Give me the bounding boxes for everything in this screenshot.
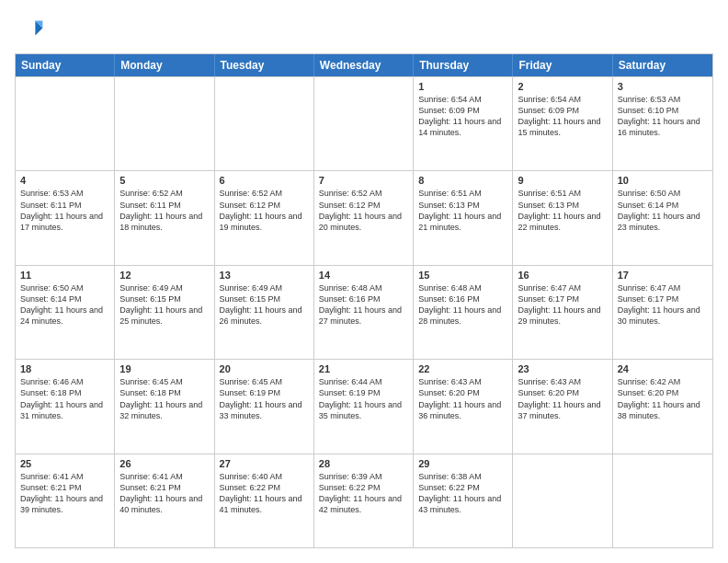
calendar-cell: 18Sunrise: 6:46 AM Sunset: 6:18 PM Dayli… <box>16 360 115 453</box>
day-number: 15 <box>418 270 507 281</box>
day-info: Sunrise: 6:52 AM Sunset: 6:12 PM Dayligh… <box>220 188 309 233</box>
day-info: Sunrise: 6:45 AM Sunset: 6:18 PM Dayligh… <box>119 376 209 421</box>
day-info: Sunrise: 6:48 AM Sunset: 6:16 PM Dayligh… <box>418 282 507 327</box>
calendar-cell: 24Sunrise: 6:42 AM Sunset: 6:20 PM Dayli… <box>613 360 712 453</box>
day-number: 4 <box>20 175 109 186</box>
calendar-cell: 21Sunrise: 6:44 AM Sunset: 6:19 PM Dayli… <box>314 360 414 453</box>
calendar-cell: 6Sunrise: 6:52 AM Sunset: 6:12 PM Daylig… <box>215 171 314 264</box>
logo <box>15 15 48 44</box>
calendar-cell: 26Sunrise: 6:41 AM Sunset: 6:21 PM Dayli… <box>115 454 214 547</box>
day-number: 25 <box>20 458 109 469</box>
day-number: 28 <box>319 458 408 469</box>
day-info: Sunrise: 6:43 AM Sunset: 6:20 PM Dayligh… <box>518 376 607 421</box>
day-number: 11 <box>20 270 109 281</box>
calendar-cell <box>115 77 214 170</box>
calendar-cell <box>613 454 712 547</box>
calendar-cell: 11Sunrise: 6:50 AM Sunset: 6:14 PM Dayli… <box>16 266 115 359</box>
day-info: Sunrise: 6:54 AM Sunset: 6:09 PM Dayligh… <box>518 94 607 139</box>
day-info: Sunrise: 6:46 AM Sunset: 6:18 PM Dayligh… <box>20 376 109 421</box>
calendar-cell <box>513 454 612 547</box>
day-number: 24 <box>618 363 708 374</box>
calendar-cell: 15Sunrise: 6:48 AM Sunset: 6:16 PM Dayli… <box>414 266 513 359</box>
day-info: Sunrise: 6:49 AM Sunset: 6:15 PM Dayligh… <box>119 282 209 327</box>
day-number: 14 <box>319 270 408 281</box>
calendar-cell: 3Sunrise: 6:53 AM Sunset: 6:10 PM Daylig… <box>613 77 712 170</box>
day-number: 7 <box>319 175 408 186</box>
calendar-cell: 5Sunrise: 6:52 AM Sunset: 6:11 PM Daylig… <box>115 171 214 264</box>
calendar-cell: 4Sunrise: 6:53 AM Sunset: 6:11 PM Daylig… <box>16 171 115 264</box>
day-info: Sunrise: 6:51 AM Sunset: 6:13 PM Dayligh… <box>518 188 607 233</box>
day-number: 27 <box>220 458 309 469</box>
calendar-row: 4Sunrise: 6:53 AM Sunset: 6:11 PM Daylig… <box>16 170 712 264</box>
day-info: Sunrise: 6:40 AM Sunset: 6:22 PM Dayligh… <box>220 471 309 516</box>
calendar-cell: 29Sunrise: 6:38 AM Sunset: 6:22 PM Dayli… <box>414 454 513 547</box>
calendar-cell: 9Sunrise: 6:51 AM Sunset: 6:13 PM Daylig… <box>513 171 612 264</box>
weekday-header: Wednesday <box>314 54 414 76</box>
weekday-header: Tuesday <box>215 54 314 76</box>
day-number: 18 <box>20 363 109 374</box>
day-info: Sunrise: 6:44 AM Sunset: 6:19 PM Dayligh… <box>319 376 408 421</box>
day-number: 1 <box>418 81 507 92</box>
day-number: 5 <box>119 175 209 186</box>
calendar: SundayMondayTuesdayWednesdayThursdayFrid… <box>15 53 713 548</box>
day-number: 13 <box>220 270 309 281</box>
calendar-cell <box>215 77 314 170</box>
day-info: Sunrise: 6:47 AM Sunset: 6:17 PM Dayligh… <box>518 282 607 327</box>
calendar-row: 18Sunrise: 6:46 AM Sunset: 6:18 PM Dayli… <box>16 359 712 453</box>
day-info: Sunrise: 6:52 AM Sunset: 6:11 PM Dayligh… <box>119 188 209 233</box>
day-info: Sunrise: 6:48 AM Sunset: 6:16 PM Dayligh… <box>319 282 408 327</box>
calendar-cell: 10Sunrise: 6:50 AM Sunset: 6:14 PM Dayli… <box>613 171 712 264</box>
day-info: Sunrise: 6:51 AM Sunset: 6:13 PM Dayligh… <box>418 188 507 233</box>
calendar-cell: 14Sunrise: 6:48 AM Sunset: 6:16 PM Dayli… <box>314 266 414 359</box>
day-number: 12 <box>119 270 209 281</box>
day-number: 21 <box>319 363 408 374</box>
calendar-cell: 23Sunrise: 6:43 AM Sunset: 6:20 PM Dayli… <box>513 360 612 453</box>
day-number: 2 <box>518 81 607 92</box>
weekday-header: Thursday <box>414 54 513 76</box>
day-number: 17 <box>618 270 708 281</box>
logo-icon <box>15 15 44 44</box>
page-header <box>15 15 713 44</box>
day-info: Sunrise: 6:47 AM Sunset: 6:17 PM Dayligh… <box>618 282 708 327</box>
calendar-cell: 2Sunrise: 6:54 AM Sunset: 6:09 PM Daylig… <box>513 77 612 170</box>
calendar-cell: 28Sunrise: 6:39 AM Sunset: 6:22 PM Dayli… <box>314 454 414 547</box>
day-info: Sunrise: 6:53 AM Sunset: 6:10 PM Dayligh… <box>618 94 708 139</box>
day-info: Sunrise: 6:43 AM Sunset: 6:20 PM Dayligh… <box>418 376 507 421</box>
calendar-header: SundayMondayTuesdayWednesdayThursdayFrid… <box>16 54 712 76</box>
day-info: Sunrise: 6:39 AM Sunset: 6:22 PM Dayligh… <box>319 471 408 516</box>
day-number: 20 <box>220 363 309 374</box>
calendar-body: 1Sunrise: 6:54 AM Sunset: 6:09 PM Daylig… <box>16 76 712 547</box>
day-number: 8 <box>418 175 507 186</box>
calendar-cell: 20Sunrise: 6:45 AM Sunset: 6:19 PM Dayli… <box>215 360 314 453</box>
day-info: Sunrise: 6:50 AM Sunset: 6:14 PM Dayligh… <box>20 282 109 327</box>
day-info: Sunrise: 6:49 AM Sunset: 6:15 PM Dayligh… <box>220 282 309 327</box>
day-number: 29 <box>418 458 507 469</box>
day-info: Sunrise: 6:38 AM Sunset: 6:22 PM Dayligh… <box>418 471 507 516</box>
calendar-cell: 22Sunrise: 6:43 AM Sunset: 6:20 PM Dayli… <box>414 360 513 453</box>
calendar-cell: 25Sunrise: 6:41 AM Sunset: 6:21 PM Dayli… <box>16 454 115 547</box>
day-number: 22 <box>418 363 507 374</box>
weekday-header: Friday <box>513 54 612 76</box>
day-info: Sunrise: 6:42 AM Sunset: 6:20 PM Dayligh… <box>618 376 708 421</box>
calendar-cell: 16Sunrise: 6:47 AM Sunset: 6:17 PM Dayli… <box>513 266 612 359</box>
calendar-cell: 8Sunrise: 6:51 AM Sunset: 6:13 PM Daylig… <box>414 171 513 264</box>
calendar-cell: 27Sunrise: 6:40 AM Sunset: 6:22 PM Dayli… <box>215 454 314 547</box>
calendar-row: 1Sunrise: 6:54 AM Sunset: 6:09 PM Daylig… <box>16 76 712 170</box>
calendar-cell: 17Sunrise: 6:47 AM Sunset: 6:17 PM Dayli… <box>613 266 712 359</box>
day-info: Sunrise: 6:52 AM Sunset: 6:12 PM Dayligh… <box>319 188 408 233</box>
day-info: Sunrise: 6:41 AM Sunset: 6:21 PM Dayligh… <box>20 471 109 516</box>
calendar-row: 25Sunrise: 6:41 AM Sunset: 6:21 PM Dayli… <box>16 454 712 547</box>
calendar-cell: 13Sunrise: 6:49 AM Sunset: 6:15 PM Dayli… <box>215 266 314 359</box>
day-info: Sunrise: 6:53 AM Sunset: 6:11 PM Dayligh… <box>20 188 109 233</box>
calendar-cell: 12Sunrise: 6:49 AM Sunset: 6:15 PM Dayli… <box>115 266 214 359</box>
calendar-cell: 7Sunrise: 6:52 AM Sunset: 6:12 PM Daylig… <box>314 171 414 264</box>
calendar-cell <box>314 77 414 170</box>
day-number: 23 <box>518 363 607 374</box>
day-info: Sunrise: 6:54 AM Sunset: 6:09 PM Dayligh… <box>418 94 507 139</box>
day-number: 9 <box>518 175 607 186</box>
weekday-header: Monday <box>115 54 214 76</box>
day-number: 19 <box>119 363 209 374</box>
day-number: 16 <box>518 270 607 281</box>
day-number: 10 <box>618 175 708 186</box>
weekday-header: Saturday <box>613 54 712 76</box>
